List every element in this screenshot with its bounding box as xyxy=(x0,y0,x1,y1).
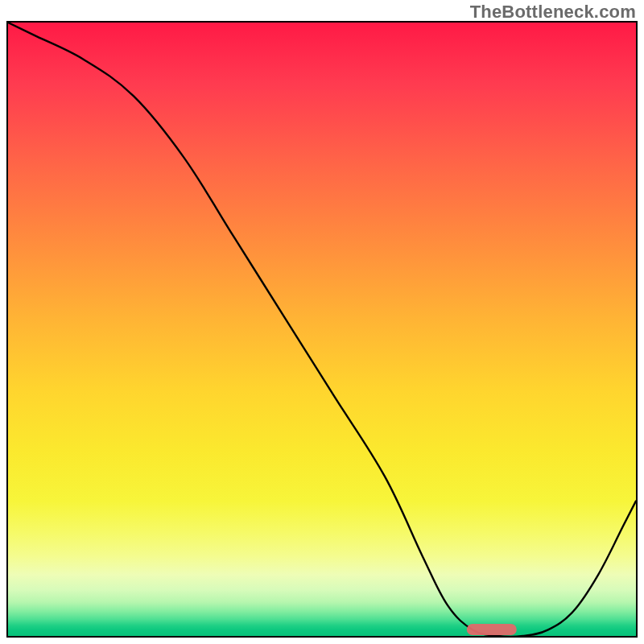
plot-frame xyxy=(6,21,638,638)
optimal-range-marker xyxy=(466,624,516,635)
watermark-text: TheBottleneck.com xyxy=(470,2,636,23)
curve-layer xyxy=(8,23,636,636)
bottleneck-curve-path xyxy=(8,23,636,636)
chart-stage: TheBottleneck.com xyxy=(0,0,644,644)
